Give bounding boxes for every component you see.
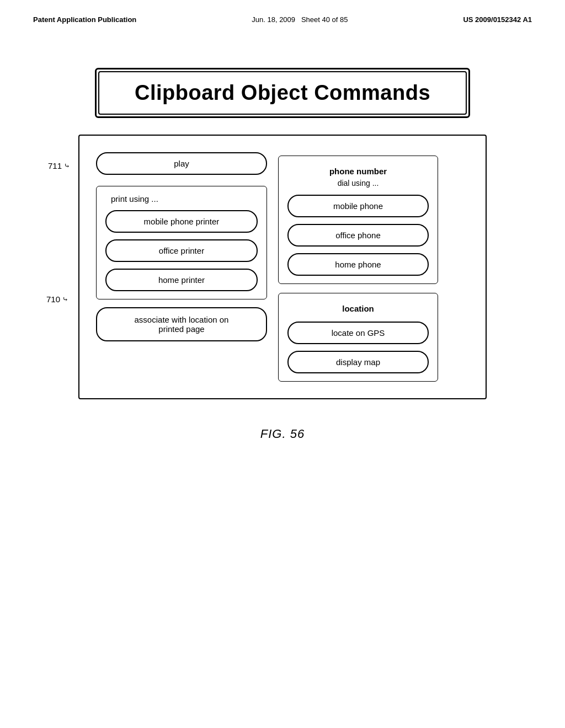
- mobile-phone-button[interactable]: mobile phone: [287, 195, 429, 217]
- play-button[interactable]: play: [96, 152, 267, 175]
- header-left: Patent Application Publication: [33, 15, 136, 24]
- locate-gps-button[interactable]: locate on GPS: [287, 322, 429, 344]
- label-710: 710 ⤷: [46, 295, 68, 304]
- home-phone-button[interactable]: home phone: [287, 253, 429, 276]
- phone-number-label: phone number dial using ...: [329, 164, 387, 188]
- mobile-phone-printer-button[interactable]: mobile phone printer: [105, 210, 258, 233]
- header-right: US 2009/0152342 A1: [463, 15, 532, 24]
- title-box: Clipboard Object Commands: [95, 68, 470, 118]
- label-711: 711 ⤷: [48, 161, 70, 170]
- header-sheet: Sheet 40 of 85: [301, 15, 348, 24]
- print-label: print using ...: [105, 194, 158, 204]
- left-column: play print using ... mobile phone printe…: [96, 152, 267, 382]
- page-title: Clipboard Object Commands: [135, 81, 430, 104]
- main-content: Clipboard Object Commands 711 ⤷ 710 ⤷ pl…: [0, 24, 565, 441]
- phone-subsection: phone number dial using ... mobile phone…: [278, 156, 438, 284]
- office-printer-button[interactable]: office printer: [105, 239, 258, 262]
- home-printer-button[interactable]: home printer: [105, 269, 258, 291]
- patent-header: Patent Application Publication Jun. 18, …: [0, 0, 565, 24]
- location-subsection: location locate on GPS display map: [278, 293, 438, 382]
- print-subsection: print using ... mobile phone printer off…: [96, 186, 267, 299]
- associate-location-button[interactable]: associate with location on printed page: [96, 307, 267, 341]
- figure-caption: FIG. 56: [260, 427, 305, 441]
- title-box-inner: Clipboard Object Commands: [98, 71, 467, 115]
- display-map-button[interactable]: display map: [287, 351, 429, 373]
- location-label: location: [342, 303, 374, 314]
- header-date: Jun. 18, 2009: [252, 15, 295, 24]
- header-center: Jun. 18, 2009 Sheet 40 of 85: [252, 15, 348, 24]
- right-column: phone number dial using ... mobile phone…: [278, 152, 438, 382]
- diagram-container: 711 ⤷ 710 ⤷ play print using ... mobile …: [78, 135, 487, 399]
- diagram-box: play print using ... mobile phone printe…: [78, 135, 487, 399]
- office-phone-button[interactable]: office phone: [287, 224, 429, 247]
